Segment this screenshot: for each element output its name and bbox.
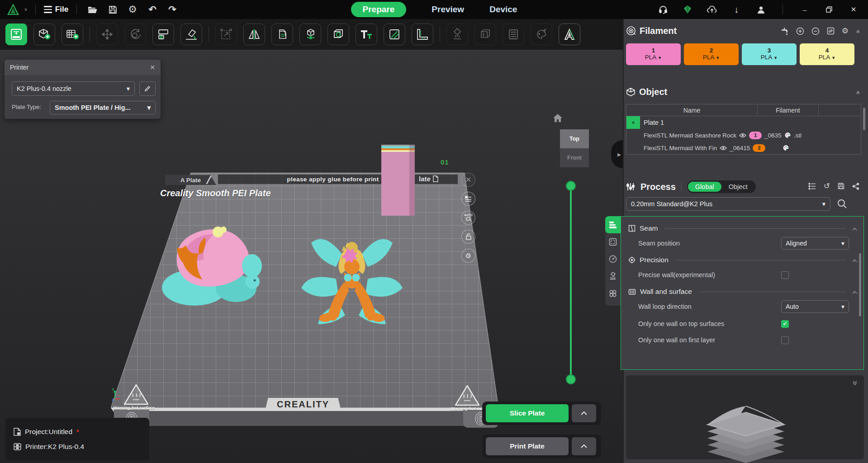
parameter-list-icon[interactable]: [808, 183, 816, 190]
toggle-global[interactable]: Global: [688, 182, 721, 192]
delete-plate-button[interactable]: ✕: [461, 173, 475, 187]
redo-icon[interactable]: ↷: [165, 3, 180, 16]
mirror-tool-button[interactable]: [243, 24, 265, 45]
home-view-button[interactable]: [553, 113, 563, 123]
object-collapse-icon[interactable]: [856, 90, 860, 94]
process-profile-select[interactable]: 0.20mm Standard@K2 Plus ▾: [626, 197, 830, 211]
add-filament-icon[interactable]: [796, 27, 804, 35]
close-window-button[interactable]: ✕: [847, 3, 860, 16]
save-profile-icon[interactable]: [838, 183, 844, 189]
text-tool-button[interactable]: [356, 24, 377, 45]
sync-filament-icon[interactable]: [827, 27, 835, 35]
measure-tool-button[interactable]: [412, 24, 433, 45]
auto-arrange-button[interactable]: [152, 24, 174, 45]
view-top-button[interactable]: Top: [560, 129, 589, 148]
panel-collapse-handle[interactable]: ▸: [611, 140, 623, 168]
prime-tower-faucet-icon[interactable]: [781, 27, 789, 35]
collapse-chevron-icon[interactable]: [852, 288, 857, 296]
seam-position-select[interactable]: Aligned ▾: [781, 237, 849, 250]
save-icon[interactable]: [105, 3, 120, 16]
add-plate-button[interactable]: [62, 24, 83, 45]
filament-slot-1[interactable]: 1 PLA ▼: [626, 43, 681, 65]
clone-tool-button[interactable]: [271, 24, 293, 45]
precision-section-header[interactable]: Precision: [628, 255, 857, 265]
creality-logo-icon[interactable]: [6, 3, 20, 16]
model-seashore-rock[interactable]: [159, 212, 270, 309]
preview-collapse-icon[interactable]: [852, 379, 858, 387]
one-wall-first-layer-checkbox[interactable]: [781, 336, 789, 344]
rotate-tool-button[interactable]: [124, 24, 146, 45]
lay-flat-button[interactable]: [180, 24, 202, 45]
seam-paint-button[interactable]: [474, 24, 496, 45]
export-share-icon[interactable]: [852, 183, 859, 190]
wall-section-header[interactable]: Wall and surface: [628, 286, 857, 297]
category-others-tab[interactable]: [605, 285, 621, 302]
add-model-button[interactable]: [33, 24, 55, 45]
category-strength-tab[interactable]: [605, 233, 621, 250]
pattern-fill-button[interactable]: [384, 24, 405, 45]
print-plate-button[interactable]: Print Plate: [486, 437, 569, 455]
visibility-eye-icon[interactable]: [720, 146, 727, 151]
one-wall-top-checkbox[interactable]: ✓: [781, 320, 789, 328]
clip-slider-track[interactable]: [570, 186, 572, 379]
category-quality-tab[interactable]: [605, 216, 621, 233]
object-list-button[interactable]: [503, 24, 524, 45]
logo-dropdown-chevron-icon[interactable]: ˅: [24, 7, 27, 12]
remove-filament-icon[interactable]: [811, 27, 820, 35]
filament-badge[interactable]: 2: [753, 144, 765, 152]
collapse-chevron-icon[interactable]: [852, 224, 857, 232]
search-icon[interactable]: [837, 198, 848, 209]
membership-gem-icon[interactable]: [681, 3, 694, 16]
model-mermaid[interactable]: [293, 227, 411, 342]
tab-prepare[interactable]: Prepare: [351, 2, 407, 17]
filament-slot-3[interactable]: 3 PLA ▼: [742, 43, 797, 65]
plate-gear-button[interactable]: ⚙: [461, 249, 475, 263]
print-options-caret-button[interactable]: [572, 437, 596, 455]
auto-arrange-plate-button[interactable]: AUTO: [461, 211, 475, 225]
letter-a-paint-button[interactable]: [559, 24, 580, 45]
split-to-plate-button[interactable]: [299, 24, 321, 45]
category-support-tab[interactable]: [605, 268, 621, 285]
printer-select[interactable]: K2 Plus-0.4 nozzle ▾: [12, 81, 135, 96]
filament-slot-2[interactable]: 2 PLA ▼: [684, 43, 739, 65]
settings-gear-icon[interactable]: ⚙: [125, 3, 140, 16]
slice-options-caret-button[interactable]: [572, 404, 596, 422]
reset-history-icon[interactable]: ↺: [824, 181, 830, 191]
toggle-object[interactable]: Object: [721, 182, 755, 192]
filament-badge[interactable]: 1: [749, 132, 762, 139]
support-headset-icon[interactable]: [657, 3, 669, 16]
seam-section-header[interactable]: Seam: [628, 223, 857, 234]
printer-panel-close-icon[interactable]: ✕: [150, 64, 155, 71]
tab-preview[interactable]: Preview: [432, 5, 464, 14]
wall-loop-direction-select[interactable]: Auto ▾: [781, 300, 849, 313]
scale-tool-button[interactable]: [215, 24, 237, 45]
paint-palette-icon[interactable]: [784, 132, 791, 138]
user-account-icon[interactable]: [754, 3, 767, 16]
view-front-button[interactable]: Front: [560, 148, 589, 167]
object-row-model-2[interactable]: FlexiSTL Mermaid With Fin _06415 2: [626, 142, 861, 154]
plate-view-button[interactable]: [5, 24, 27, 45]
undo-icon[interactable]: ↶: [145, 3, 160, 16]
plate-settings-list-button[interactable]: [461, 192, 475, 206]
object-table-scrollbar[interactable]: [863, 108, 865, 130]
restore-window-button[interactable]: [823, 3, 835, 16]
file-menu[interactable]: File: [44, 5, 68, 14]
visibility-eye-icon[interactable]: [739, 133, 746, 138]
filament-slot-4[interactable]: 4 PLA ▼: [800, 43, 854, 65]
open-folder-icon[interactable]: [85, 3, 100, 16]
filament-settings-gear-icon[interactable]: ⚙: [842, 26, 849, 36]
filament-collapse-icon[interactable]: [856, 29, 860, 33]
clip-slider-knob-bottom[interactable]: [566, 374, 576, 384]
paint-palette-icon[interactable]: [783, 145, 789, 151]
prime-tower-model[interactable]: [381, 145, 415, 216]
printer-edit-button[interactable]: [139, 81, 156, 96]
minimize-button[interactable]: –: [798, 3, 811, 16]
color-paint-button[interactable]: [531, 24, 552, 45]
hollow-tool-button[interactable]: [327, 24, 349, 45]
slice-plate-button[interactable]: Slice Plate: [486, 404, 569, 422]
plate-expand-tag[interactable]: ▼: [626, 116, 640, 129]
move-tool-button[interactable]: [96, 24, 118, 45]
settings-scrollbar[interactable]: [859, 253, 861, 317]
object-row-model-1[interactable]: FlexiSTL Mermaid Seashore Rock 1 _0635 .…: [626, 129, 861, 142]
lock-plate-button[interactable]: [461, 230, 475, 244]
